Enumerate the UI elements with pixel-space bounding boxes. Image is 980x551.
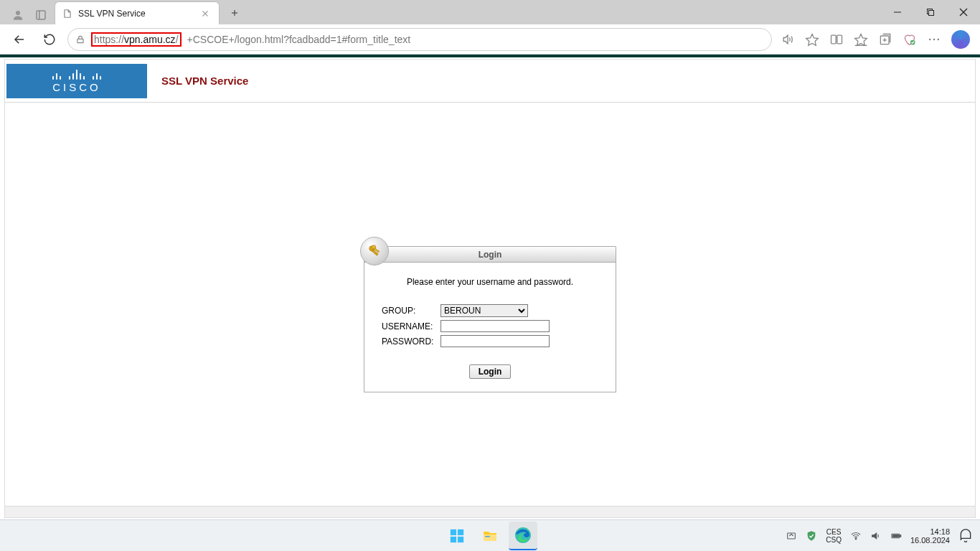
maximize-button[interactable] [914,0,947,24]
start-button[interactable] [443,522,471,550]
login-button[interactable]: Login [469,364,512,379]
password-row: PASSWORD: [382,335,598,347]
tray-overflow-icon[interactable] [786,530,797,542]
split-screen-icon[interactable] [829,32,844,47]
svg-marker-18 [855,34,867,45]
close-window-button[interactable] [947,0,980,24]
tab-strip: SSL VPN Service [0,0,980,24]
keys-icon [360,237,389,265]
minimize-button[interactable] [881,0,914,24]
svg-rect-31 [451,529,456,534]
password-input[interactable] [440,335,550,347]
battery-icon[interactable] [890,530,902,542]
page-content: CISCO SSL VPN Service Login Please enter… [4,59,976,518]
page-viewport: CISCO SSL VPN Service Login Please enter… [0,55,980,519]
svg-rect-42 [892,534,898,537]
url-rest: +CSCOE+/logon.html?fcadbadd=1#form_title… [187,34,411,45]
login-header-text: Login [479,250,502,260]
username-label: USERNAME: [382,321,440,331]
login-header: Login [364,246,616,262]
favorite-star-icon[interactable] [805,32,819,47]
cisco-wordmark: CISCO [52,81,101,93]
svg-rect-14 [77,39,83,42]
refresh-button[interactable] [37,27,62,52]
clock[interactable]: 14:1816.08.2024 [910,527,950,545]
active-tab[interactable]: SSL VPN Service [55,1,220,24]
svg-rect-34 [458,536,463,542]
password-label: PASSWORD: [382,336,440,347]
address-bar[interactable]: https://https://vpn.amu.cz/vpn.amu.cz/ +… [67,28,772,51]
login-message: Please enter your username and password. [382,277,598,287]
copilot-icon[interactable] [951,30,970,49]
browser-essentials-icon[interactable] [903,32,917,47]
svg-rect-9 [929,11,934,16]
favorites-icon[interactable] [854,32,868,47]
wifi-icon[interactable] [850,530,862,542]
new-tab-button[interactable] [224,2,245,24]
read-aloud-icon[interactable] [781,32,795,47]
svg-rect-16 [831,35,837,44]
browser-chrome: SSL VPN Service https://https://vpn.amu.… [0,0,980,55]
close-tab-icon[interactable] [200,9,210,19]
page-title: SSL VPN Service [161,75,248,87]
svg-marker-15 [806,34,819,45]
back-button[interactable] [7,27,32,52]
svg-point-26 [938,38,940,40]
brand-bar: CISCO SSL VPN Service [5,60,975,103]
security-icon[interactable] [806,530,817,542]
browser-toolbar: https://https://vpn.amu.cz/vpn.amu.cz/ +… [0,24,980,55]
svg-point-0 [16,11,20,15]
profile-icon[interactable] [11,9,24,22]
svg-rect-33 [451,536,456,542]
notifications-icon[interactable] [958,529,973,543]
username-input[interactable] [440,320,550,332]
login-body: Please enter your username and password.… [364,262,616,392]
svg-rect-41 [900,534,900,537]
system-tray: CESCSQ 14:1816.08.2024 [786,527,980,545]
tab-title: SSL VPN Service [78,9,146,19]
url-highlighted: https://https://vpn.amu.cz/vpn.amu.cz/ [91,32,182,47]
file-explorer-icon[interactable] [476,522,504,550]
svg-rect-1 [37,11,45,19]
username-row: USERNAME: [382,320,598,332]
taskbar: CESCSQ 14:1816.08.2024 [0,519,980,551]
login-panel: Login Please enter your username and pas… [364,246,616,392]
edge-browser-icon[interactable] [509,522,537,550]
svg-rect-17 [837,35,842,44]
group-label: GROUP: [382,306,440,316]
lock-icon [75,34,85,44]
window-controls [881,0,980,24]
chrome-profile-area [4,9,55,24]
cisco-logo: CISCO [6,64,147,98]
toolbar-right-icons [778,30,973,49]
svg-point-25 [933,38,936,40]
group-row: GROUP: BEROUN [382,304,598,317]
svg-rect-32 [458,529,463,534]
volume-icon[interactable] [870,530,882,542]
cisco-bars-icon [52,68,101,80]
svg-rect-35 [484,534,496,541]
tab-actions-icon[interactable] [34,9,47,22]
svg-point-39 [855,538,857,540]
more-menu-icon[interactable] [927,32,941,47]
svg-rect-36 [485,536,490,537]
language-indicator[interactable]: CESCSQ [826,528,842,544]
group-select[interactable]: BEROUN [440,304,528,317]
login-button-row: Login [382,364,598,379]
horizontal-scrollbar[interactable] [5,506,975,517]
svg-point-24 [929,38,931,40]
page-icon [62,9,72,19]
collections-icon[interactable] [878,32,892,47]
taskbar-center [443,522,537,550]
